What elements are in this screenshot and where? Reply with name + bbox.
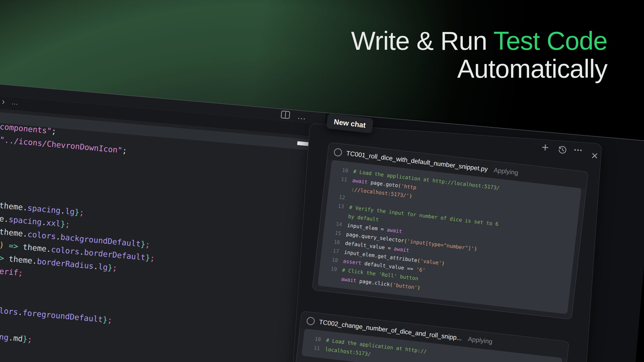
headline-accent: Test Code: [493, 26, 607, 55]
history-icon[interactable]: [558, 145, 567, 155]
line-number: 15: [328, 228, 341, 238]
line-number: 10: [308, 334, 321, 344]
line-number: 19: [324, 264, 337, 274]
close-icon[interactable]: ×: [591, 149, 598, 163]
more-options-icon[interactable]: •••: [574, 147, 583, 154]
line-number: 17: [326, 246, 339, 256]
chevron-right-icon: ›: [1, 97, 5, 106]
editor-code: components";"../icons/ChevronDownIcon";t…: [0, 119, 323, 362]
editor-body: components";"../icons/ChevronDownIcon";t…: [0, 108, 324, 362]
new-chat-plus-icon[interactable]: +: [541, 140, 549, 155]
breadcrumb-more-icon[interactable]: …: [11, 98, 19, 107]
line-number: 11: [335, 174, 348, 184]
chat-panel: + ••• × TC001_roll_dice_with_default_num…: [293, 123, 602, 362]
editor-pane: … › … components";"../icons/ChevronDownI…: [0, 84, 326, 362]
test-card-tc002[interactable]: TC002_change_number_of_dice_and_roll_sni…: [290, 311, 569, 362]
line-number: 10: [335, 165, 348, 175]
line-number: 16: [327, 237, 340, 247]
line-number: [333, 183, 346, 194]
hero-canvas: … › … components";"../icons/ChevronDownI…: [0, 0, 644, 362]
line-number: 11: [307, 343, 320, 353]
line-number: 14: [329, 219, 342, 229]
status-label: Applying: [493, 166, 519, 177]
editor-more-icon[interactable]: …: [297, 113, 307, 120]
line-number: [330, 210, 344, 220]
line-number: [323, 273, 336, 283]
spinner-icon: [333, 148, 342, 157]
headline-line1: Write & Run Test Code: [351, 27, 607, 55]
line-number: 12: [332, 192, 346, 203]
split-editor-icon[interactable]: [281, 111, 290, 119]
test-card-tc001[interactable]: TC001_roll_dice_with_default_number_snip…: [312, 142, 588, 320]
spinner-icon: [306, 317, 315, 326]
line-number: 18: [325, 255, 338, 265]
headline-line2: Automatically: [351, 55, 607, 83]
editor-actions: …: [281, 111, 307, 120]
headline: Write & Run Test Code Automatically: [351, 27, 607, 83]
status-label: Applying: [467, 335, 493, 345]
line-number: 13: [331, 201, 344, 211]
